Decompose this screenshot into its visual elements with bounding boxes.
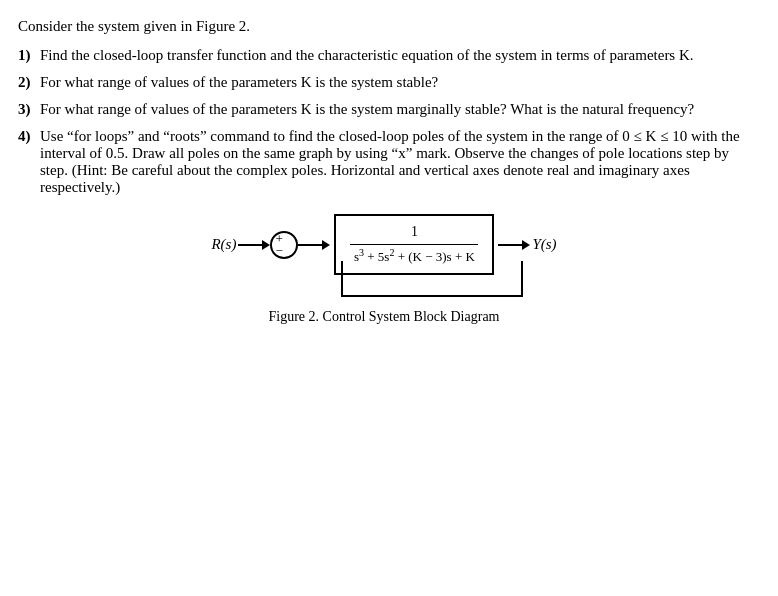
intro-text: Consider the system given in Figure 2. [18,18,750,35]
q3-number: 3) [18,101,38,118]
question-2: 2) For what range of values of the param… [18,74,750,91]
input-arrow-head [262,240,270,250]
input-arrow [238,240,270,250]
feedback-line-left [341,261,343,297]
output-arrow [498,240,530,250]
input-arrow-line [238,244,262,246]
transfer-function-box: 1 s3 + 5s2 + (K − 3)s + K [334,214,494,275]
q3-text: For what range of values of the paramete… [40,101,750,118]
minus-sign: − [275,243,282,259]
q4-text: Use “for loops” and “roots” command to f… [40,128,750,196]
q4-number: 4) [18,128,38,145]
block-diagram-row: R(s) + − 1 [211,214,556,275]
output-label: Y(s) [532,236,556,253]
forward-arrow-line [298,244,322,246]
question-1: 1) Find the closed-loop transfer functio… [18,47,750,64]
q2-number: 2) [18,74,38,91]
page-content: Consider the system given in Figure 2. 1… [18,18,750,325]
feedback-line-bottom [341,295,522,297]
q2-text: For what range of values of the paramete… [40,74,750,91]
block-diagram-container: R(s) + − 1 [211,214,556,275]
q1-number: 1) [18,47,38,64]
input-label: R(s) [211,236,236,253]
figure-caption: Figure 2. Control System Block Diagram [269,309,500,325]
tf-divider [350,244,478,245]
forward-arrow-head [322,240,330,250]
output-arrow-line [498,244,522,246]
feedback-line-right [521,261,523,297]
q1-text: Find the closed-loop transfer function a… [40,47,750,64]
diagram-area: R(s) + − 1 [18,214,750,325]
summing-junction: + − [270,231,298,259]
forward-arrow [298,240,330,250]
output-arrow-head [522,240,530,250]
tf-numerator: 1 [411,224,418,240]
tf-denominator: s3 + 5s2 + (K − 3)s + K [354,247,475,265]
caption-spacer: Figure 2. Control System Block Diagram [269,305,500,325]
question-4: 4) Use “for loops” and “roots” command t… [18,128,750,196]
question-3: 3) For what range of values of the param… [18,101,750,118]
